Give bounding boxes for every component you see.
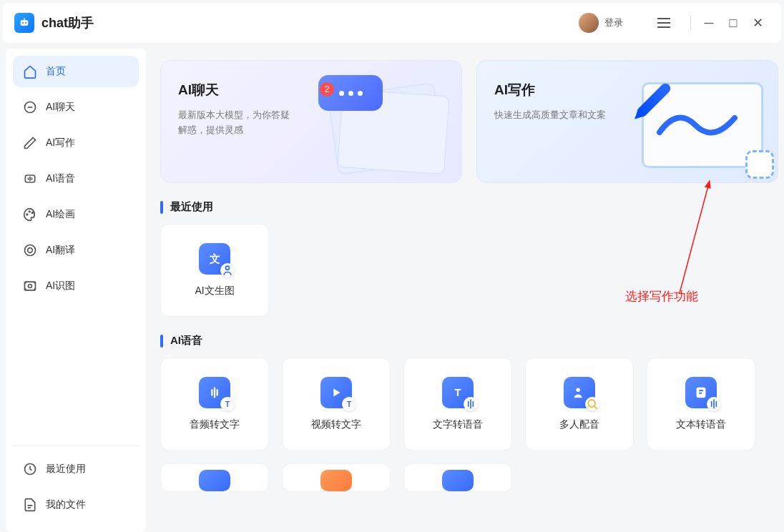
- svg-point-8: [32, 212, 34, 214]
- text-to-voice-icon: T: [442, 377, 474, 408]
- tile-audio-to-text[interactable]: T 音频转文字: [160, 358, 269, 450]
- hero-card-chat[interactable]: AI聊天 最新版本大模型，为你答疑解惑，提供灵感 2: [160, 60, 462, 183]
- svg-point-12: [29, 285, 32, 288]
- titlebar: chat助手 登录 ─ □ ✕: [3, 3, 781, 43]
- tile-partial-2[interactable]: [282, 463, 391, 492]
- sidebar-item-label: AI识图: [46, 280, 75, 292]
- close-icon[interactable]: ✕: [745, 11, 770, 35]
- sidebar-item-translate[interactable]: AI翻译: [13, 235, 139, 266]
- app-logo-icon: [14, 13, 34, 33]
- pen-icon: [23, 136, 37, 150]
- sidebar-item-label: AI翻译: [46, 244, 75, 257]
- audio-to-text-icon: T: [199, 377, 230, 408]
- partial-icon: [199, 470, 230, 491]
- tile-multi-voice[interactable]: 多人配音: [525, 358, 634, 450]
- menu-icon[interactable]: [652, 11, 676, 35]
- svg-rect-3: [24, 18, 24, 20]
- svg-point-1: [22, 22, 24, 24]
- hero-desc: 最新版本大模型，为你答疑解惑，提供灵感: [178, 108, 293, 138]
- sidebar-item-home[interactable]: 首页: [13, 56, 139, 87]
- hero-card-write[interactable]: AI写作 快速生成高质量文章和文案: [476, 60, 778, 183]
- annotation-text: 选择写作功能: [625, 288, 698, 305]
- history-icon: [23, 462, 37, 476]
- text-to-image-icon: 文: [199, 243, 230, 275]
- app-title: chat助手: [41, 14, 94, 31]
- login-button[interactable]: 登录: [604, 16, 623, 29]
- tile-text-to-voice[interactable]: T 文字转语音: [403, 358, 512, 450]
- tile-text-to-speech[interactable]: 文本转语音: [647, 358, 755, 450]
- tile-partial-3[interactable]: [403, 463, 512, 492]
- avatar[interactable]: [579, 13, 599, 33]
- minimize-icon[interactable]: ─: [697, 11, 721, 35]
- file-icon: [23, 498, 37, 512]
- sidebar-item-label: AI语音: [46, 172, 75, 185]
- video-to-text-icon: T: [320, 377, 352, 408]
- svg-point-16: [226, 266, 230, 270]
- hero-desc: 快速生成高质量文章和文案: [494, 108, 609, 123]
- sidebar: 首页 AI聊天 AI写作 AI语音 AI绘画 AI翻译 AI识图: [6, 49, 146, 532]
- svg-point-10: [28, 248, 33, 253]
- translate-icon: [23, 243, 37, 257]
- notification-badge: 2: [320, 82, 334, 97]
- svg-text:T: T: [455, 387, 461, 398]
- svg-point-7: [29, 211, 30, 212]
- write-illustration: [627, 75, 770, 175]
- tile-text-to-image[interactable]: 文 AI文生图: [160, 224, 269, 317]
- svg-text:文: 文: [209, 253, 220, 265]
- svg-point-2: [25, 22, 26, 24]
- sidebar-item-label: 首页: [46, 65, 66, 78]
- svg-line-14: [680, 186, 708, 293]
- svg-point-9: [25, 245, 36, 256]
- text-to-speech-icon: [685, 377, 717, 408]
- sidebar-item-image[interactable]: AI识图: [13, 270, 139, 302]
- sidebar-item-chat[interactable]: AI聊天: [13, 92, 139, 123]
- tile-partial-1[interactable]: [160, 463, 269, 492]
- sidebar-item-recent[interactable]: 最近使用: [13, 453, 139, 485]
- sidebar-item-voice[interactable]: AI语音: [13, 163, 139, 194]
- svg-point-6: [26, 214, 28, 215]
- palette-icon: [23, 207, 37, 222]
- main-content: AI聊天 最新版本大模型，为你答疑解惑，提供灵感 2 AI写作 快速生成高质量文…: [146, 49, 784, 532]
- sidebar-item-paint[interactable]: AI绘画: [13, 199, 139, 230]
- maximize-icon[interactable]: □: [721, 11, 745, 35]
- partial-icon: [320, 470, 352, 491]
- svg-point-19: [588, 400, 595, 407]
- sidebar-item-files[interactable]: 我的文件: [13, 489, 139, 521]
- svg-point-18: [576, 388, 580, 393]
- audio-icon: [23, 172, 37, 186]
- sidebar-item-write[interactable]: AI写作: [13, 127, 139, 159]
- home-icon: [23, 64, 37, 79]
- chat-icon: [23, 100, 37, 114]
- sidebar-item-label: 最近使用: [46, 463, 86, 476]
- sidebar-item-label: AI写作: [46, 137, 75, 149]
- image-icon: [23, 279, 37, 293]
- multi-voice-icon: [564, 377, 595, 408]
- tile-video-to-text[interactable]: T 视频转文字: [282, 358, 391, 450]
- sidebar-item-label: 我的文件: [46, 498, 86, 511]
- annotation-arrow: [629, 179, 715, 300]
- section-header-voice: AI语音: [160, 334, 778, 348]
- svg-rect-0: [21, 20, 29, 26]
- partial-icon: [442, 470, 474, 491]
- sidebar-item-label: AI聊天: [46, 101, 75, 114]
- svg-rect-11: [25, 282, 36, 290]
- sidebar-item-label: AI绘画: [46, 208, 75, 221]
